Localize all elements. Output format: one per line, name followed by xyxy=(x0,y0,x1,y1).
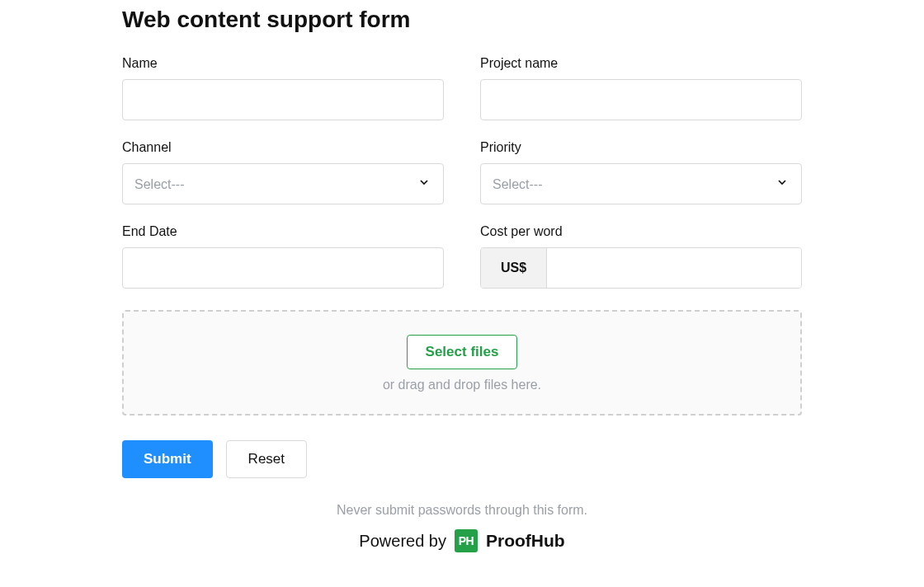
priority-label: Priority xyxy=(480,140,802,155)
field-end-date: End Date xyxy=(122,224,444,289)
field-cost-per-word: Cost per word US$ xyxy=(480,224,802,289)
project-name-input[interactable] xyxy=(480,79,802,120)
form-actions: Submit Reset xyxy=(122,440,802,478)
field-project-name: Project name xyxy=(480,56,802,120)
field-name: Name xyxy=(122,56,444,120)
file-dropzone[interactable]: Select files or drag and drop files here… xyxy=(122,310,802,416)
end-date-input[interactable] xyxy=(122,247,444,289)
priority-select[interactable]: Select--- xyxy=(480,163,802,204)
field-priority: Priority Select--- xyxy=(480,140,802,204)
currency-field: US$ xyxy=(480,247,802,289)
powered-by-label: Powered by xyxy=(359,532,446,551)
field-channel: Channel Select--- xyxy=(122,140,444,204)
currency-prefix: US$ xyxy=(481,248,547,288)
dropzone-hint: or drag and drop files here. xyxy=(383,378,541,392)
channel-label: Channel xyxy=(122,140,444,155)
submit-button[interactable]: Submit xyxy=(122,440,213,478)
project-name-label: Project name xyxy=(480,56,802,71)
cost-per-word-input[interactable] xyxy=(547,248,801,288)
footer-warning: Never submit passwords through this form… xyxy=(122,503,802,518)
name-input[interactable] xyxy=(122,79,444,120)
page-title: Web content support form xyxy=(122,7,802,33)
cost-per-word-label: Cost per word xyxy=(480,224,802,239)
powered-by: Powered by PH ProofHub xyxy=(122,529,802,552)
reset-button[interactable]: Reset xyxy=(226,440,307,478)
brand-logo-icon: PH xyxy=(455,529,478,552)
name-label: Name xyxy=(122,56,444,71)
footer: Never submit passwords through this form… xyxy=(122,503,802,552)
end-date-label: End Date xyxy=(122,224,444,239)
channel-select[interactable]: Select--- xyxy=(122,163,444,204)
form-grid: Name Project name Channel Select--- Prio… xyxy=(122,56,802,289)
select-files-button[interactable]: Select files xyxy=(407,335,518,369)
brand-name: ProofHub xyxy=(486,531,565,551)
